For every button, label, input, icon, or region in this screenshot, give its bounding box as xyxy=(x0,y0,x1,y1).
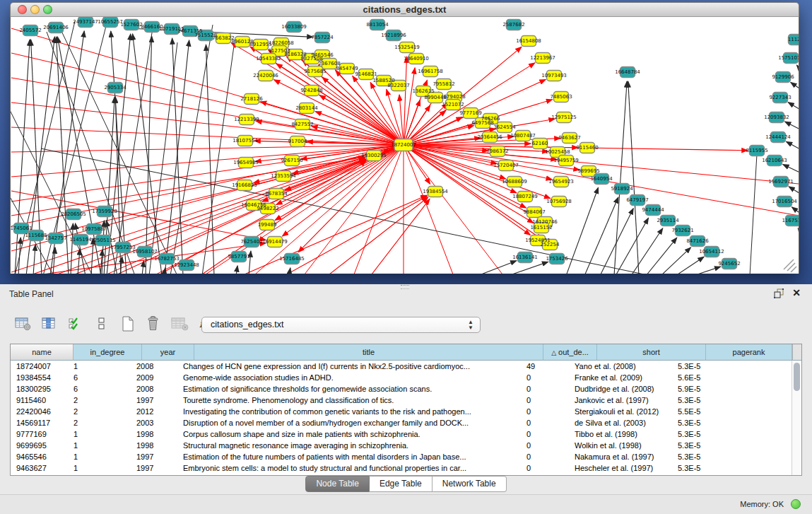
table-cell[interactable]: Disruption of a novel member of a sodium… xyxy=(177,417,521,428)
table-cell[interactable]: 5.3E-5 xyxy=(672,428,753,440)
table-cell[interactable]: 6 xyxy=(68,372,131,383)
table-cell[interactable]: 5.3E-5 xyxy=(672,395,753,406)
minimize-button[interactable] xyxy=(30,5,40,14)
table-row[interactable]: 1938455462009Genome-wide association stu… xyxy=(11,372,801,383)
table-cell[interactable]: 2009 xyxy=(131,372,177,383)
table-cell[interactable]: 6 xyxy=(68,383,131,395)
table-cell[interactable]: 18300295 xyxy=(11,383,68,395)
table-row[interactable]: 1872400712008Changes of HCN gene express… xyxy=(11,361,801,372)
table-cell[interactable]: Estimation of the future numbers of pati… xyxy=(177,451,521,462)
table-settings-icon[interactable] xyxy=(14,315,33,332)
column-header-name[interactable]: name xyxy=(11,344,73,361)
table-cell[interactable]: 5.3E-5 xyxy=(672,361,753,372)
close-button[interactable] xyxy=(18,5,27,14)
table-cell[interactable]: 1 xyxy=(68,462,131,474)
table-cell[interactable]: de Silva et al. (2003) xyxy=(569,417,672,428)
table-row[interactable]: 911546021997Tourette syndrome. Phenomeno… xyxy=(11,395,801,406)
table-row[interactable]: 946362711997Embryonic stem cells: a mode… xyxy=(11,462,801,474)
table-cell[interactable]: Yano et al. (2008) xyxy=(569,361,672,372)
table-cell[interactable]: Structural magnetic resonance image aver… xyxy=(177,440,521,451)
table-cell[interactable]: 0 xyxy=(521,383,569,395)
table-cell[interactable]: Franke et al. (2009) xyxy=(569,372,672,383)
table-cell[interactable]: Stergiakouli et al. (2012) xyxy=(569,406,672,417)
table-cell[interactable]: 5.3E-5 xyxy=(672,451,753,462)
column-header-in-degree[interactable]: in_degree xyxy=(73,344,142,361)
column-header-short[interactable]: short xyxy=(597,344,706,361)
table-cell[interactable]: Changes of HCN gene expression and I(f) … xyxy=(177,361,521,372)
table-cell[interactable]: 9463627 xyxy=(11,462,68,474)
table-cell[interactable]: Corpus callosum shape and size in male p… xyxy=(177,428,521,440)
table-cell[interactable]: 2 xyxy=(68,395,131,406)
table-cell[interactable]: Jankovic et al. (1997) xyxy=(569,395,672,406)
table-row[interactable]: 1456911722003Disruption of a novel membe… xyxy=(11,417,801,428)
table-cell[interactable]: 1997 xyxy=(131,451,177,462)
column-header-out-de-[interactable]: △out_de... xyxy=(543,344,597,361)
table-cell[interactable]: 1998 xyxy=(131,428,177,440)
table-cell[interactable]: 18724007 xyxy=(11,361,68,372)
table-cell[interactable]: Wolkin et al. (1998) xyxy=(569,440,672,451)
table-cell[interactable]: 49 xyxy=(521,361,569,372)
table-cell[interactable]: 0 xyxy=(521,417,569,428)
table-scrollbar-thumb[interactable] xyxy=(794,363,800,391)
table-cell[interactable]: Tourette syndrome. Phenomenology and cla… xyxy=(177,395,521,406)
table-cell[interactable]: 5.3E-5 xyxy=(672,462,753,474)
table-cell[interactable]: 2008 xyxy=(131,361,177,372)
select-rows-icon[interactable] xyxy=(66,315,85,332)
table-cell[interactable]: Estimation of significance thresholds fo… xyxy=(177,383,521,395)
table-cell[interactable]: 1 xyxy=(68,440,131,451)
table-cell[interactable]: 1997 xyxy=(131,395,177,406)
tab-node-table[interactable]: Node Table xyxy=(305,476,370,492)
table-cell[interactable]: 9777169 xyxy=(11,428,68,440)
column-visibility-icon[interactable] xyxy=(40,315,59,332)
table-row[interactable]: 946554611997Estimation of the future num… xyxy=(11,451,801,462)
delete-table-icon[interactable] xyxy=(171,315,189,332)
table-cell[interactable]: 19384554 xyxy=(11,372,68,383)
table-cell[interactable]: Investigating the contribution of common… xyxy=(177,406,521,417)
table-cell[interactable]: 5.5E-5 xyxy=(672,406,753,417)
table-cell[interactable]: 2012 xyxy=(131,406,177,417)
tab-network-table[interactable]: Network Table xyxy=(433,476,507,492)
table-cell[interactable]: 0 xyxy=(521,395,569,406)
column-header-pagerank[interactable]: pagerank xyxy=(706,344,792,361)
table-row[interactable]: 2242004622012Investigating the contribut… xyxy=(11,406,801,417)
table-cell[interactable]: 1 xyxy=(68,428,131,440)
tab-edge-table[interactable]: Edge Table xyxy=(370,476,433,492)
table-scrollbar[interactable] xyxy=(792,361,801,475)
table-cell[interactable]: Embryonic stem cells: a model to study s… xyxy=(177,462,521,474)
close-panel-icon[interactable]: ✕ xyxy=(792,287,801,298)
table-cell[interactable]: 2 xyxy=(68,417,131,428)
table-cell[interactable]: 0 xyxy=(521,372,569,383)
table-row[interactable]: 977716911998Corpus callosum shape and si… xyxy=(11,428,801,440)
table-cell[interactable]: 5.3E-5 xyxy=(672,417,753,428)
table-row[interactable]: 1830029562008Estimation of significance … xyxy=(11,383,801,395)
table-row[interactable]: 969969511998Structural magnetic resonanc… xyxy=(11,440,801,451)
new-document-icon[interactable] xyxy=(119,315,137,332)
table-cell[interactable]: 2 xyxy=(68,406,131,417)
table-cell[interactable]: Genome-wide association studies in ADHD. xyxy=(177,372,521,383)
table-cell[interactable]: 9699695 xyxy=(11,440,68,451)
table-cell[interactable]: Tibbo et al. (1998) xyxy=(569,428,672,440)
table-cell[interactable]: 1 xyxy=(68,451,131,462)
column-header-year[interactable]: year xyxy=(142,344,194,361)
network-window-titlebar[interactable]: citations_edges.txt xyxy=(10,2,799,17)
table-cell[interactable]: 2003 xyxy=(131,417,177,428)
table-cell[interactable]: 0 xyxy=(521,440,569,451)
table-cell[interactable]: 5.6E-5 xyxy=(672,372,753,383)
table-cell[interactable]: Nakamura et al. (1997) xyxy=(569,451,672,462)
table-cell[interactable]: 9115460 xyxy=(11,395,68,406)
table-cell[interactable]: 9465546 xyxy=(11,451,68,462)
table-cell[interactable]: 0 xyxy=(521,406,569,417)
table-selector-dropdown[interactable]: citations_edges.txt ▲▼ xyxy=(201,317,481,333)
table-cell[interactable]: 1997 xyxy=(131,462,177,474)
table-cell[interactable]: 22420046 xyxy=(11,406,68,417)
network-canvas[interactable]: 1872400776638228960128891295518226058912… xyxy=(10,17,799,274)
table-cell[interactable]: 5.9E-5 xyxy=(672,383,753,395)
table-cell[interactable]: 0 xyxy=(521,462,569,474)
merge-rows-icon[interactable] xyxy=(93,315,111,332)
network-graph[interactable]: 1872400776638228960128891295518226058912… xyxy=(11,17,799,274)
table-cell[interactable]: 14569117 xyxy=(11,417,68,428)
zoom-button[interactable] xyxy=(43,5,52,14)
table-cell[interactable]: 5.3E-5 xyxy=(672,440,753,451)
delete-icon[interactable] xyxy=(145,315,163,332)
table-cell[interactable]: Hescheler et al. (1997) xyxy=(569,462,672,474)
